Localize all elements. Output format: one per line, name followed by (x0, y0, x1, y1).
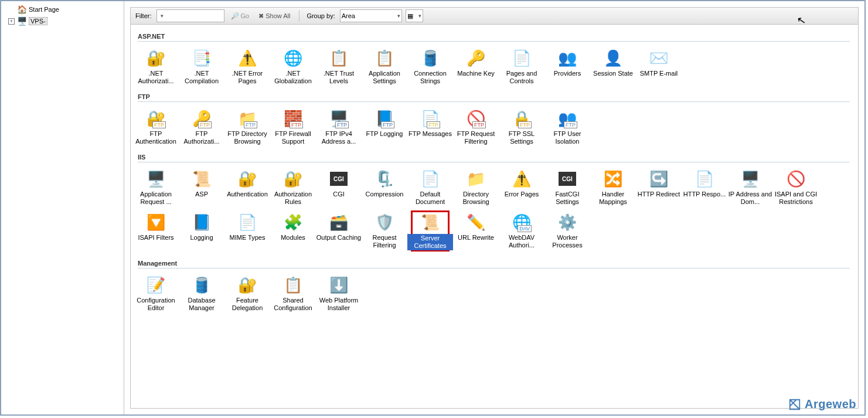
feature-item[interactable]: 🔑Machine Key (453, 46, 499, 85)
feature-item[interactable]: 👥FTPFTP User Isolation (544, 107, 590, 145)
feature-icon: ⬇️ (329, 276, 348, 294)
feature-item[interactable]: 📋.NET Trust Levels (316, 46, 362, 85)
tree-item-server[interactable]: + 🖥️ VPS- (1, 15, 124, 27)
feature-item[interactable]: 🛢️Database Manager (179, 273, 224, 312)
feature-item[interactable]: 🔐FTPFTP Authentication (133, 107, 179, 145)
feature-item[interactable]: 🚫ISAPI and CGI Restrictions (773, 167, 819, 206)
feature-item[interactable]: 🌐DAVWebDAV Authori... (499, 210, 544, 252)
feature-item[interactable]: 📘Logging (179, 210, 224, 252)
feature-label: Application Settings (362, 70, 407, 85)
feature-item[interactable]: CGIFastCGI Settings (544, 167, 590, 206)
feature-item[interactable]: 🔐Authentication (224, 167, 270, 206)
feature-icon: 🗃️ (329, 213, 348, 232)
connections-tree[interactable]: 🏠 Start Page + 🖥️ VPS- (1, 1, 124, 414)
feature-item[interactable]: 📁FTPFTP Directory Browsing (224, 107, 270, 145)
feature-icon: 🧩 (284, 213, 302, 232)
feature-label: FTP Authentication (133, 130, 179, 145)
feature-item[interactable]: 🗜️Compression (362, 167, 407, 206)
go-button[interactable]: 🔎 Go (228, 11, 253, 22)
feature-item[interactable]: 🖥️IP Address and Dom... (727, 167, 773, 206)
feature-label: FTP Logging (362, 130, 407, 138)
feature-item[interactable]: ⚠️404.NET Error Pages (224, 46, 270, 85)
feature-item[interactable]: ⬇️Web Platform Installer (316, 273, 362, 312)
feature-item[interactable]: 👥Providers (544, 46, 590, 85)
feature-item[interactable]: ✏️URL Rewrite (453, 210, 499, 252)
feature-label: Shared Configuration (270, 297, 316, 312)
view-mode-combo[interactable]: ▦ (406, 9, 423, 22)
group-header[interactable]: Management (138, 260, 856, 269)
feature-item[interactable]: 📄FTPFTP Messages (407, 107, 453, 145)
feature-icon: 🚫 (787, 169, 805, 188)
feature-item[interactable]: 👤Session State (590, 46, 636, 85)
feature-item[interactable]: 📁Directory Browsing (453, 167, 499, 206)
feature-item[interactable]: 📑.NET Compilation (179, 46, 224, 85)
feature-item[interactable]: 🔐Authorization Rules (270, 167, 316, 206)
feature-item[interactable]: 📄MIME Types (224, 210, 270, 252)
feature-item[interactable]: 🚫FTPFTP Request Filtering (453, 107, 499, 145)
feature-item[interactable]: ⚙️Worker Processes (544, 210, 590, 252)
feature-item[interactable]: 🔑FTPFTP Authorizati... (179, 107, 224, 145)
tree-item-start-page[interactable]: 🏠 Start Page (1, 4, 124, 15)
view-toolbar: Filter: 🔎 Go ✖ Show All Group by: Area ▦ (131, 8, 858, 25)
features-view: Filter: 🔎 Go ✖ Show All Group by: Area ▦ (124, 1, 864, 414)
feature-item[interactable]: 🧩Modules (270, 210, 316, 252)
feature-label: FTP Directory Browsing (224, 130, 270, 145)
grid-view-icon: ▦ (407, 12, 413, 20)
feature-item[interactable]: 🔐.NET Authorizati... (133, 46, 179, 85)
feature-item[interactable]: 🛢️abConnection Strings (407, 46, 453, 85)
feature-icon: 🔐 (284, 169, 302, 188)
feature-icon: 🔑FTP (192, 109, 211, 128)
group-header[interactable]: FTP (138, 93, 856, 102)
feature-icon: 📄 (512, 49, 531, 67)
feature-item[interactable]: 🗃️Output Caching (316, 210, 362, 252)
feature-label: FTP Messages (407, 130, 453, 138)
show-all-icon: ✖ (258, 12, 264, 20)
feature-label: Authorization Rules (270, 191, 316, 206)
feature-label: Machine Key (453, 70, 499, 77)
tree-expander-icon[interactable]: + (8, 18, 15, 25)
feature-item[interactable]: 🌐.NET Globalization (270, 46, 316, 85)
feature-label: Request Filtering (362, 234, 407, 249)
feature-item[interactable]: 📝Configuration Editor (133, 273, 179, 312)
feature-icon: 🔀 (604, 169, 622, 188)
group-header[interactable]: ASP.NET (138, 33, 856, 42)
feature-item[interactable]: 📄HTTP Respo... (682, 167, 727, 206)
feature-item[interactable]: CGICGI (316, 167, 362, 206)
feature-item[interactable]: 🖥️Application Request ... (133, 167, 179, 206)
feature-item[interactable]: ⚠️404Error Pages (499, 167, 544, 206)
feature-label: .NET Authorizati... (133, 70, 179, 85)
feature-item[interactable]: 🛡️Request Filtering (362, 210, 407, 252)
feature-item[interactable]: 📋Application Settings (362, 46, 407, 85)
feature-item[interactable]: 🔒FTPFTP SSL Settings (499, 107, 544, 145)
feature-item[interactable]: 📘FTPFTP Logging (362, 107, 407, 145)
watermark-logo-icon (788, 398, 801, 411)
watermark: Argeweb (788, 397, 856, 411)
feature-item[interactable]: 🧱FTPFTP Firewall Support (270, 107, 316, 145)
feature-label: URL Rewrite (453, 234, 499, 242)
feature-item[interactable]: ✉️SMTP E-mail (636, 46, 682, 85)
feature-icon: 📘FTP (375, 109, 394, 128)
feature-icon: 🔑 (467, 49, 485, 67)
show-all-button[interactable]: ✖ Show All (256, 11, 293, 22)
feature-label: Default Document (407, 191, 453, 206)
feature-item[interactable]: 🔀Handler Mappings (590, 167, 636, 206)
feature-icon: 🧱FTP (284, 109, 302, 128)
feature-label: .NET Compilation (179, 70, 224, 85)
feature-label: .NET Globalization (270, 70, 316, 85)
group-header[interactable]: IIS (138, 154, 856, 162)
feature-label: Compression (362, 191, 407, 198)
feature-label: ISAPI and CGI Restrictions (773, 191, 819, 206)
feature-item[interactable]: 📜ASP (179, 167, 224, 206)
feature-item[interactable]: 🔐Feature Delegation (224, 273, 270, 312)
feature-item[interactable]: 📄Pages and Controls (499, 46, 544, 85)
feature-icon: 👤 (604, 49, 622, 67)
feature-item[interactable]: ↪️HTTP Redirect (636, 167, 682, 206)
filter-combo[interactable] (156, 9, 224, 22)
feature-item[interactable]: 🔽ISAPI Filters (133, 210, 179, 252)
group-by-combo[interactable]: Area (340, 9, 402, 22)
feature-label: HTTP Respo... (682, 191, 727, 198)
feature-item[interactable]: 📋Shared Configuration (270, 273, 316, 312)
feature-item[interactable]: 📜Server Certificates (407, 210, 453, 252)
feature-item[interactable]: 🖥️FTPFTP IPv4 Address a... (316, 107, 362, 145)
feature-item[interactable]: 📄Default Document (407, 167, 453, 206)
